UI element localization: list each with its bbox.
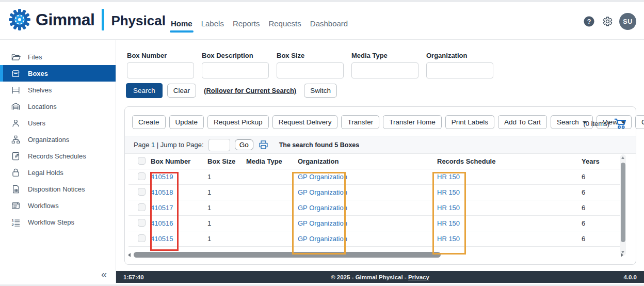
media-type-input[interactable] [351,62,418,78]
update-button[interactable]: Update [169,115,204,129]
records-schedule-link[interactable]: HR 150 [437,173,582,181]
request-delivery-button[interactable]: Request Delivery [272,115,338,129]
print-icon[interactable] [258,139,269,150]
sidebar-item-workflow-steps[interactable]: 12 Workflow Steps [0,214,116,230]
nav-requests[interactable]: Requests [268,19,301,33]
settings-gear-icon[interactable] [601,15,613,27]
footer-bar: 1:57:40 © 2025 - Gimmal Physical - Priva… [116,271,644,283]
sidebar-item-boxes[interactable]: Boxes [0,65,116,82]
shelf-icon [11,85,21,95]
boxes-table: Box Number Box Size Media Type Organizat… [128,154,620,247]
box-size-input[interactable] [277,62,344,78]
sidebar-item-workflows[interactable]: Workflows [0,197,116,214]
shopping-cart-icon[interactable] [614,117,627,130]
sidebar-item-label: Locations [28,103,57,110]
column-header-organization[interactable]: Organization [298,157,437,165]
organization-input[interactable] [426,62,493,78]
user-avatar[interactable]: SU [619,13,636,30]
records-schedule-link[interactable]: HR 150 [437,219,582,227]
print-labels-button[interactable]: Print Labels [445,115,494,129]
header-icons: ? SU [583,13,636,30]
organization-link[interactable]: GP Organization [298,173,437,181]
switch-button[interactable]: Switch [304,84,337,98]
scroll-up-icon[interactable] [621,156,624,159]
nav-reports[interactable]: Reports [233,19,260,33]
nav-dashboard[interactable]: Dashboard [310,19,348,33]
footer-copyright: © 2025 - Gimmal Physical - Privacy [116,274,644,280]
change-menu-button[interactable]: Change [635,115,644,129]
sidebar-item-locations[interactable]: Locations [0,98,116,115]
horizontal-scrollbar-thumb[interactable] [134,252,441,258]
records-schedule-link[interactable]: HR 150 [437,188,582,196]
column-header-records-schedule[interactable]: Records Schedule [437,157,582,165]
filter-box-description: Box Description [202,52,269,78]
scroll-right-icon[interactable] [621,253,623,257]
horizontal-scrollbar[interactable] [130,251,619,258]
box-description-input[interactable] [202,62,269,78]
page-jump-label: Page 1 | Jump to Page: [134,141,204,149]
go-button[interactable]: Go [235,139,253,150]
svg-text:2: 2 [12,222,14,227]
organization-link[interactable]: GP Organization [298,235,437,243]
help-icon[interactable]: ? [583,15,595,27]
sidebar-item-disposition-notices[interactable]: Disposition Notices [0,181,116,197]
table-row: 410518 1 GP Organization HR 150 6 [128,185,620,200]
results-toolbar: Create Update Request Pickup Request Del… [132,115,644,129]
cart-area: (0 items) [583,117,627,130]
table-row: 410515 1 GP Organization HR 150 6 [128,231,620,247]
column-header-box-number[interactable]: Box Number [151,157,207,165]
column-header-media-type[interactable]: Media Type [246,157,298,165]
organization-link[interactable]: GP Organization [298,204,437,212]
box-size-cell: 1 [207,219,246,227]
sidebar-collapse-icon[interactable]: « [101,269,107,279]
transfer-home-button[interactable]: Transfer Home [383,115,442,129]
sidebar-item-records-schedules[interactable]: Records Schedules [0,148,116,164]
menu-label: Search [557,118,579,126]
sidebar-item-users[interactable]: Users [0,115,116,131]
box-number-link[interactable]: 410519 [151,173,207,181]
vertical-scrollbar-thumb[interactable] [621,163,625,242]
box-number-link[interactable]: 410516 [151,219,207,227]
row-checkbox[interactable] [138,234,146,242]
column-header-box-size[interactable]: Box Size [207,157,246,165]
search-button[interactable]: Search [126,83,163,98]
box-number-link[interactable]: 410517 [151,204,207,212]
box-size-cell: 1 [207,173,246,181]
records-schedule-link[interactable]: HR 150 [437,235,582,243]
rollover-current-search-link[interactable]: (Rollover for Current Search) [204,87,296,94]
sidebar-item-organizations[interactable]: Organizations [0,131,116,148]
jump-to-page-input[interactable] [208,139,230,151]
add-to-cart-button[interactable]: Add To Cart [498,115,547,129]
create-button[interactable]: Create [132,115,166,129]
scroll-left-icon[interactable] [128,253,131,257]
filter-label: Media Type [351,52,418,59]
main-content: Box Number Box Description Box Size Medi… [117,40,644,271]
clear-button[interactable]: Clear [167,84,196,98]
vertical-scrollbar[interactable] [620,154,626,256]
column-header-years[interactable]: Years [582,157,617,165]
sidebar-item-shelves[interactable]: Shelves [0,82,116,98]
row-checkbox[interactable] [138,219,146,227]
box-number-input[interactable] [127,62,194,78]
select-all-checkbox[interactable] [138,157,146,165]
search-actions: Search Clear (Rollover for Current Searc… [126,83,337,98]
organization-link[interactable]: GP Organization [298,188,437,196]
privacy-link[interactable]: Privacy [408,274,429,280]
clipboard-pencil-icon [11,151,21,161]
brand-logo[interactable]: Gimmal Physical [8,8,166,31]
request-pickup-button[interactable]: Request Pickup [207,115,269,129]
row-checkbox[interactable] [138,172,146,180]
sidebar-item-legal-holds[interactable]: Legal Holds [0,164,116,181]
sidebar-item-files[interactable]: Files [0,49,116,65]
nav-home[interactable]: Home [171,19,192,33]
box-number-link[interactable]: 410515 [151,235,207,243]
records-schedule-link[interactable]: HR 150 [437,204,582,212]
row-checkbox[interactable] [138,188,146,196]
window-lines-icon [11,201,21,211]
pagination-bar: Page 1 | Jump to Page: Go The search fou… [125,136,636,154]
organization-link[interactable]: GP Organization [298,219,437,227]
box-number-link[interactable]: 410518 [151,188,207,196]
transfer-button[interactable]: Transfer [341,115,379,129]
nav-labels[interactable]: Labels [201,19,224,33]
row-checkbox[interactable] [138,203,146,211]
